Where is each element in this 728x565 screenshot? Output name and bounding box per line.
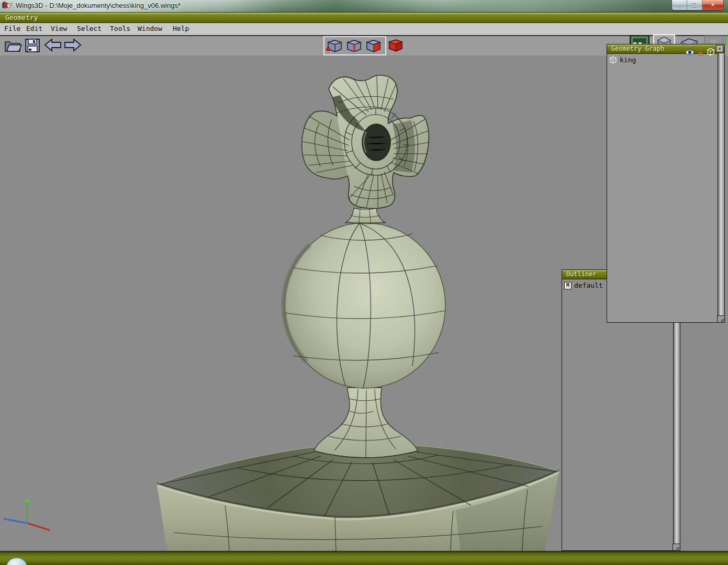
status-bar (0, 551, 728, 565)
menu-view[interactable]: View (51, 25, 67, 32)
menu-edit[interactable]: Edit (26, 25, 42, 32)
menu-window[interactable]: Window (138, 25, 162, 32)
undo-arrow-icon[interactable] (44, 38, 62, 53)
geometry-window-titlebar[interactable]: Geometry (0, 12, 728, 24)
open-folder-icon[interactable] (4, 38, 22, 53)
body-mode-icon[interactable] (386, 37, 405, 53)
outliner-resize-grip[interactable] (673, 544, 680, 550)
outliner-item-label: default (574, 281, 603, 289)
axis-indicator (4, 499, 49, 530)
edge-mode-icon[interactable] (344, 38, 363, 53)
wings3d-logo-icon (2, 1, 13, 11)
outliner-row-default[interactable]: M default (564, 281, 603, 289)
geometry-graph-row-king[interactable]: king (609, 56, 636, 64)
model-cross[interactable] (301, 75, 429, 209)
object-name-label: king (620, 56, 636, 64)
status-orb-icon (6, 558, 27, 565)
menu-file[interactable]: File (4, 25, 20, 32)
eye-visible-icon[interactable] (685, 49, 695, 55)
redo-arrow-icon[interactable] (64, 38, 82, 53)
geometry-window-label: Geometry (5, 14, 38, 21)
geometry-graph-resize-grip[interactable] (717, 315, 724, 322)
close-button[interactable]: ✕ (702, 0, 723, 10)
outliner-title: Outliner (566, 270, 597, 278)
selection-mode-group (323, 36, 386, 55)
menubar: File Edit View Select Tools Window Help (0, 23, 728, 36)
maximize-button[interactable]: ❐ (687, 0, 702, 10)
object-cube-icon (609, 56, 617, 64)
save-icon[interactable] (24, 38, 41, 53)
window-controls: – ❐ ✕ (671, 0, 724, 10)
model-sphere[interactable] (284, 223, 445, 388)
geometry-graph-window: Geometry Graph ✕ king (607, 44, 725, 323)
axes-glyph-icon (724, 34, 728, 48)
model-neck[interactable] (345, 208, 385, 224)
wings3d-window: Wings3D - D:\Moje_dokumenty\chess\king_v… (0, 0, 728, 565)
object-row-icons (685, 48, 715, 56)
menu-tools[interactable]: Tools (110, 25, 130, 32)
menu-help[interactable]: Help (173, 25, 189, 32)
titlebar[interactable]: Wings3D - D:\Moje_dokumenty\chess\king_v… (0, 0, 728, 13)
minimize-button[interactable]: – (672, 0, 687, 10)
geometry-graph-title: Geometry Graph (611, 45, 664, 52)
geometry-graph-scrollbar[interactable] (718, 53, 724, 315)
geometry-graph-close-icon[interactable]: ✕ (716, 45, 723, 52)
model-base[interactable] (157, 444, 559, 551)
lock-unlocked-icon[interactable] (697, 48, 704, 56)
material-icon: M (564, 282, 572, 289)
menu-select[interactable]: Select (77, 25, 102, 32)
window-title: Wings3D - D:\Moje_dokumenty\chess\king_v… (16, 2, 181, 9)
wire-cube-icon[interactable] (707, 48, 715, 56)
face-mode-icon[interactable] (363, 38, 383, 53)
vertex-mode-icon[interactable] (324, 38, 344, 53)
model-stem[interactable] (314, 388, 418, 458)
